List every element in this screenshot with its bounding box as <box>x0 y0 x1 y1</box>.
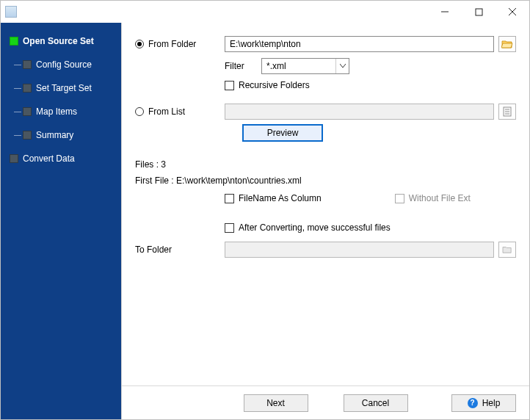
wizard-sidebar: Open Source Set Config Source Set Target… <box>1 23 121 419</box>
filter-value: *.xml <box>262 61 335 71</box>
from-list-label: From List <box>148 106 185 117</box>
step-indicator-icon <box>23 131 32 140</box>
close-button[interactable] <box>495 1 529 23</box>
wizard-footer: Next Cancel ? Help <box>122 385 529 419</box>
folder-open-icon <box>501 39 513 49</box>
step-indicator-icon <box>10 37 18 46</box>
wizard-window: Open Source Set Config Source Set Target… <box>0 0 530 420</box>
step-indicator-icon <box>23 107 32 116</box>
recursive-folders-checkbox[interactable] <box>225 81 234 90</box>
move-after-convert-checkbox[interactable] <box>225 223 234 233</box>
from-folder-input[interactable] <box>225 36 494 52</box>
step-indicator-icon <box>10 154 18 163</box>
titlebar <box>1 1 529 23</box>
browse-to-folder-button[interactable] <box>498 242 516 258</box>
from-list-input[interactable] <box>225 104 494 120</box>
cancel-button[interactable]: Cancel <box>344 394 408 412</box>
sidebar-item-set-target-set[interactable]: Set Target Set <box>1 79 121 98</box>
folder-icon <box>502 245 512 254</box>
help-icon: ? <box>468 398 478 408</box>
sidebar-item-summary[interactable]: Summary <box>1 126 121 145</box>
to-folder-label: To Folder <box>135 245 172 255</box>
move-after-convert-label: After Converting, move successful files <box>239 222 391 233</box>
filename-as-column-checkbox[interactable] <box>225 194 234 203</box>
help-button[interactable]: ? Help <box>451 394 516 412</box>
without-file-ext-label: Without File Ext <box>409 193 471 203</box>
maximize-button[interactable] <box>462 1 495 23</box>
sidebar-item-label: Summary <box>36 130 73 140</box>
sidebar-item-open-source-set[interactable]: Open Source Set <box>1 32 121 51</box>
sidebar-item-map-items[interactable]: Map Items <box>1 102 121 121</box>
preview-button[interactable]: Preview <box>242 124 323 142</box>
preview-label: Preview <box>267 128 299 138</box>
without-file-ext-checkbox <box>395 194 404 203</box>
step-indicator-icon <box>23 60 32 69</box>
main-panel: From Folder Filter *.xml <box>121 23 529 419</box>
sidebar-item-label: Config Source <box>36 59 92 70</box>
sidebar-item-label: Convert Data <box>23 153 75 164</box>
step-indicator-icon <box>23 84 32 93</box>
to-folder-input[interactable] <box>225 242 494 258</box>
help-label: Help <box>482 398 501 408</box>
filename-as-column-label: FileName As Column <box>239 193 322 203</box>
recursive-folders-label: Recursive Folders <box>239 80 310 90</box>
filter-label: Filter <box>225 61 261 71</box>
from-folder-radio[interactable] <box>135 40 144 48</box>
chevron-down-icon <box>335 59 349 73</box>
first-file-label: First File : E:\work\temp\nton\countries… <box>135 175 516 186</box>
sidebar-item-label: Set Target Set <box>36 83 92 93</box>
browse-list-button[interactable] <box>498 104 516 120</box>
filter-combobox[interactable]: *.xml <box>261 58 349 74</box>
sidebar-item-label: Open Source Set <box>23 36 94 46</box>
list-file-icon <box>502 106 512 117</box>
app-icon <box>5 6 17 18</box>
sidebar-item-config-source[interactable]: Config Source <box>1 55 121 74</box>
files-count-label: Files : 3 <box>135 159 516 170</box>
window-controls <box>428 1 529 23</box>
browse-folder-button[interactable] <box>498 36 516 52</box>
sidebar-item-label: Map Items <box>36 106 77 117</box>
next-button[interactable]: Next <box>244 394 308 412</box>
svg-rect-1 <box>476 9 482 15</box>
from-list-radio[interactable] <box>135 107 144 116</box>
minimize-button[interactable] <box>428 1 462 23</box>
next-label: Next <box>266 398 285 408</box>
from-folder-label: From Folder <box>148 39 196 49</box>
cancel-label: Cancel <box>362 398 389 408</box>
sidebar-item-convert-data[interactable]: Convert Data <box>1 149 121 168</box>
